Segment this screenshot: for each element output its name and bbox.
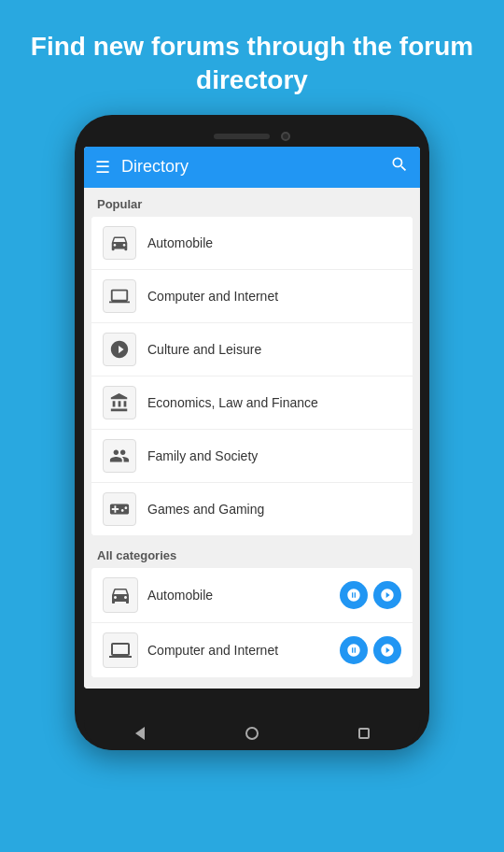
- search-icon[interactable]: [390, 155, 409, 178]
- item-label: Economics, Law and Finance: [147, 395, 318, 410]
- item-label: Culture and Leisure: [147, 342, 261, 357]
- computer-icon: [103, 279, 136, 313]
- all-categories-list: Automobile: [91, 568, 413, 677]
- economics-icon: [103, 386, 136, 419]
- list-item[interactable]: Games and Gaming: [91, 483, 413, 535]
- popular-list: Automobile Computer and Internet Culture…: [91, 217, 413, 535]
- action-btn-1[interactable]: [340, 636, 368, 664]
- all-cats-item[interactable]: Computer and Internet: [91, 623, 413, 677]
- action-buttons: [340, 581, 401, 609]
- item-label: Automobile: [147, 235, 213, 250]
- all-cats-item[interactable]: Automobile: [91, 568, 413, 623]
- list-item[interactable]: Economics, Law and Finance: [91, 376, 413, 430]
- all-categories-label: All categories: [84, 539, 420, 568]
- item-label: Family and Society: [147, 448, 258, 463]
- list-item[interactable]: Family and Society: [91, 430, 413, 483]
- toolbar-title: Directory: [121, 157, 379, 177]
- item-label: Computer and Internet: [147, 289, 278, 304]
- speaker-grille: [214, 134, 270, 139]
- computer-icon: [103, 632, 138, 668]
- bottom-nav: [84, 717, 420, 750]
- phone-notch: [84, 132, 420, 141]
- action-btn-2[interactable]: [373, 636, 401, 664]
- all-cats-item-label: Computer and Internet: [147, 643, 330, 658]
- recents-button[interactable]: [355, 724, 373, 743]
- automobile-icon: [103, 577, 138, 613]
- automobile-icon: [103, 226, 136, 260]
- all-cats-item-label: Automobile: [147, 588, 330, 603]
- phone-body: ☰ Directory Popular Automobile: [75, 115, 429, 750]
- screen-content: Popular Automobile Computer and Internet: [84, 188, 420, 689]
- menu-icon[interactable]: ☰: [95, 157, 110, 178]
- back-button[interactable]: [131, 724, 149, 743]
- phone-screen: ☰ Directory Popular Automobile: [84, 147, 420, 689]
- family-icon: [103, 439, 136, 473]
- camera-dot: [281, 132, 290, 141]
- action-btn-1[interactable]: [340, 581, 368, 609]
- action-buttons: [340, 636, 401, 664]
- culture-icon: [103, 333, 136, 366]
- app-toolbar: ☰ Directory: [84, 147, 420, 188]
- popular-section-label: Popular: [84, 188, 420, 217]
- list-item[interactable]: Culture and Leisure: [91, 323, 413, 376]
- item-label: Games and Gaming: [147, 502, 264, 517]
- phone-mockup: ☰ Directory Popular Automobile: [0, 115, 504, 750]
- home-button[interactable]: [243, 724, 261, 743]
- list-item[interactable]: Automobile: [91, 217, 413, 270]
- hero-text: Find new forums through the forum direct…: [0, 0, 504, 115]
- games-icon: [103, 492, 136, 526]
- action-btn-2[interactable]: [373, 581, 401, 609]
- list-item[interactable]: Computer and Internet: [91, 270, 413, 323]
